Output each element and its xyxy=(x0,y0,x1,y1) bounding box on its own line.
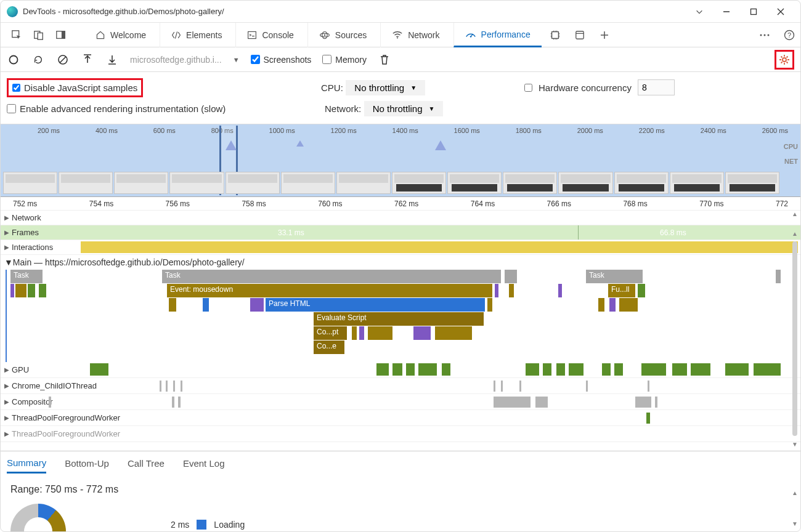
svg-rect-14 xyxy=(575,31,583,38)
dropdown-arrow-icon[interactable]: ▼ xyxy=(233,56,240,63)
timeline-overview[interactable]: 200 ms400 ms600 ms800 ms1000 ms1200 ms14… xyxy=(1,124,800,197)
svg-text:?: ? xyxy=(787,31,791,39)
summary-panel: Range: 750 ms - 772 ms 2 ms Loading ▲ ▼ xyxy=(1,475,800,532)
reload-record-icon[interactable] xyxy=(31,53,45,66)
app-icon[interactable] xyxy=(569,24,591,46)
clear-icon[interactable] xyxy=(56,53,70,66)
tab-call-tree[interactable]: Call Tree xyxy=(128,458,165,469)
titlebar: DevTools - microsoftedge.github.io/Demos… xyxy=(1,1,800,23)
gear-icon[interactable] xyxy=(778,53,791,66)
threadpool-track-1[interactable]: ▶ThreadPoolForegroundWorker xyxy=(1,410,800,426)
tab-welcome-label: Welcome xyxy=(110,30,146,40)
help-icon[interactable]: ? xyxy=(778,24,800,46)
svg-point-16 xyxy=(760,34,762,36)
tab-network[interactable]: Network xyxy=(380,23,450,47)
summary-scroll-up[interactable]: ▲ xyxy=(791,490,799,497)
tab-elements[interactable]: Elements xyxy=(160,23,233,47)
disable-js-highlight: Disable JavaScript samples xyxy=(7,78,143,97)
threadpool-track-2[interactable]: ▶ThreadPoolForegroundWorker xyxy=(1,426,800,442)
tab-sources-label: Sources xyxy=(335,30,367,40)
device-toggle-icon[interactable] xyxy=(29,25,49,45)
maximize-button[interactable] xyxy=(740,2,767,21)
tab-sources[interactable]: Sources xyxy=(307,23,378,47)
add-tab-icon[interactable] xyxy=(593,24,616,46)
svg-point-10 xyxy=(324,34,326,36)
disable-js-label: Disable JavaScript samples xyxy=(24,83,137,93)
network-track[interactable]: ▶Network xyxy=(1,211,800,225)
network-throttling-dropdown[interactable]: No throttling▼ xyxy=(364,101,444,116)
flame-chart[interactable]: Task Task Event: mousedown Parse HTML Ev… xyxy=(6,270,800,362)
svg-point-24 xyxy=(783,58,786,62)
tab-event-log[interactable]: Event Log xyxy=(183,458,225,469)
summary-donut xyxy=(10,504,66,532)
download-icon[interactable] xyxy=(105,53,119,66)
legend-loading: 2 ms Loading xyxy=(171,520,791,530)
upload-icon[interactable] xyxy=(81,53,94,66)
svg-point-21 xyxy=(10,55,18,63)
tab-summary[interactable]: Summary xyxy=(7,457,46,474)
scrollbar-thumb[interactable] xyxy=(792,241,797,436)
svg-rect-6 xyxy=(62,31,65,38)
cpu-label: CPU: xyxy=(321,83,343,93)
panel-tabs: Welcome Elements Console Sources Network… xyxy=(1,23,800,47)
tab-console-label: Console xyxy=(262,30,293,40)
hardware-concurrency-checkbox[interactable] xyxy=(524,84,532,92)
svg-point-12 xyxy=(470,36,471,38)
edge-icon xyxy=(7,6,18,17)
disable-js-checkbox[interactable] xyxy=(12,84,20,92)
capture-settings-highlight xyxy=(775,50,794,70)
summary-range: Range: 750 ms - 772 ms xyxy=(10,484,791,495)
details-tabs: Summary Bottom-Up Call Tree Event Log xyxy=(1,451,800,475)
tab-welcome[interactable]: Welcome xyxy=(84,23,157,47)
profile-url: microsoftedge.github.i... xyxy=(130,55,222,65)
flame-chart-area[interactable]: ▶Network ▶Frames 33.1 ms 66.8 ms ▶Intera… xyxy=(1,211,800,451)
minimize-button[interactable] xyxy=(713,2,740,21)
performance-toolbar: microsoftedge.github.i... ▼ Screenshots … xyxy=(1,47,800,72)
svg-point-17 xyxy=(764,34,766,36)
svg-point-18 xyxy=(768,34,770,36)
cpu-throttling-dropdown[interactable]: No throttling▼ xyxy=(346,80,425,95)
chevron-down-icon[interactable] xyxy=(686,2,713,21)
tab-network-label: Network xyxy=(408,30,439,40)
chrome-io-track[interactable]: ▶Chrome_ChildIOThread xyxy=(1,378,800,394)
interactions-track[interactable]: ▶Interactions xyxy=(1,240,800,255)
network-label: Network: xyxy=(325,103,361,114)
capture-settings: Disable JavaScript samples CPU: No throt… xyxy=(1,72,800,124)
window-title: DevTools - microsoftedge.github.io/Demos… xyxy=(23,7,686,16)
frames-track[interactable]: ▶Frames 33.1 ms 66.8 ms xyxy=(1,225,800,240)
svg-rect-13 xyxy=(551,31,558,38)
legend-swatch-loading xyxy=(197,520,206,530)
gpu-track[interactable]: ▶GPU xyxy=(1,362,800,378)
tab-bottom-up[interactable]: Bottom-Up xyxy=(65,458,109,469)
memory-chip-icon[interactable] xyxy=(544,24,566,46)
screenshot-strip xyxy=(3,172,779,194)
hardware-concurrency-input[interactable] xyxy=(638,79,675,95)
tab-performance-label: Performance xyxy=(481,30,531,39)
svg-line-23 xyxy=(60,57,66,63)
main-track[interactable]: ▼Main — https://microsoftedge.github.io/… xyxy=(1,255,800,362)
summary-scroll-down[interactable]: ▼ xyxy=(791,520,799,528)
svg-rect-7 xyxy=(248,31,256,38)
tab-console[interactable]: Console xyxy=(235,23,304,47)
svg-point-11 xyxy=(397,37,398,38)
close-button[interactable] xyxy=(767,2,794,21)
scroll-up-icon[interactable]: ▲ xyxy=(791,211,799,220)
trash-icon[interactable] xyxy=(378,53,391,66)
dock-icon[interactable] xyxy=(51,25,71,45)
scroll-up2-icon[interactable]: ▲ xyxy=(791,230,799,240)
record-icon[interactable] xyxy=(7,53,20,66)
tab-elements-label: Elements xyxy=(186,30,222,40)
advanced-rendering-checkbox[interactable]: Enable advanced rendering instrumentatio… xyxy=(7,103,226,114)
overview-ticks: 200 ms400 ms600 ms800 ms1000 ms1200 ms14… xyxy=(1,124,800,134)
compositor-track[interactable]: ▶Compositor xyxy=(1,394,800,410)
tab-performance[interactable]: Performance xyxy=(453,23,542,47)
screenshots-checkbox[interactable]: Screenshots xyxy=(251,55,312,65)
detail-ticks: 752 ms754 ms756 ms758 ms760 ms762 ms764 … xyxy=(1,197,800,211)
inspect-icon[interactable] xyxy=(7,25,26,45)
svg-rect-4 xyxy=(38,33,43,39)
hardware-concurrency-label: Hardware concurrency xyxy=(539,83,632,93)
scroll-down-icon[interactable]: ▼ xyxy=(791,441,799,451)
svg-rect-1 xyxy=(751,9,757,14)
more-icon[interactable] xyxy=(754,24,776,46)
memory-checkbox[interactable]: Memory xyxy=(322,55,367,65)
